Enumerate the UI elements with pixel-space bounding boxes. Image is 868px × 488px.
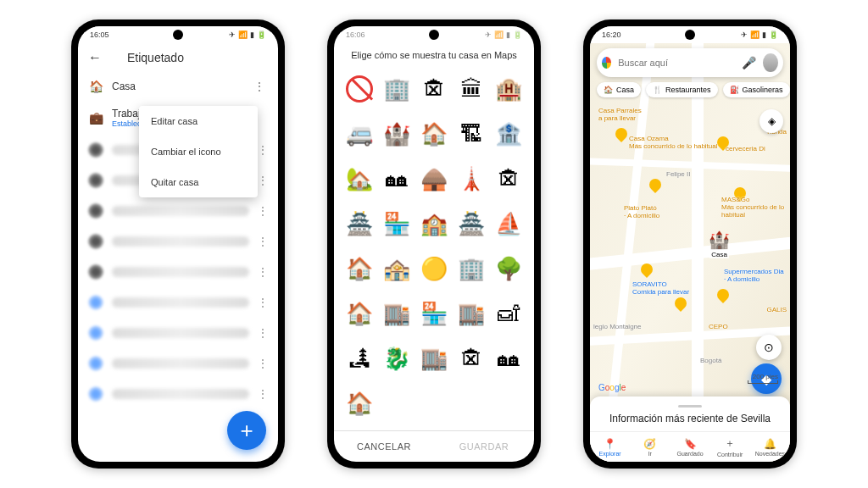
casa-label: Casa bbox=[112, 80, 242, 92]
nav-go[interactable]: 🧭Ir bbox=[630, 432, 670, 462]
home-marker[interactable]: 🏰 Casa bbox=[709, 230, 730, 258]
icon-option[interactable]: 🏨 bbox=[492, 70, 526, 108]
nav-updates[interactable]: 🔔Novedades bbox=[750, 432, 790, 462]
icon-option[interactable]: 🏠 bbox=[342, 385, 376, 423]
icon-option[interactable]: 🏬 bbox=[380, 296, 414, 333]
plus-icon: ＋ bbox=[725, 436, 735, 451]
list-item[interactable]: ⋮ bbox=[78, 348, 278, 379]
icon-option[interactable]: 🏚 bbox=[454, 341, 488, 378]
locate-button[interactable]: ⊙ bbox=[756, 335, 782, 360]
icon-option[interactable]: 🏫 bbox=[417, 205, 451, 242]
poi-super[interactable]: Supermercados Dia· A domicilio bbox=[724, 268, 784, 283]
bell-icon: 🔔 bbox=[764, 438, 776, 450]
mic-icon[interactable]: 🎤 bbox=[742, 56, 756, 69]
map[interactable]: Casa Parralesa para llevar Casa OzamaMás… bbox=[590, 43, 790, 462]
poi-galis[interactable]: GALIS bbox=[766, 306, 787, 313]
icon-option[interactable]: 🏘 bbox=[380, 160, 414, 197]
icon-option[interactable]: 🏠 bbox=[417, 115, 451, 152]
phone-3-frame: 16:20 ✈📶▮🔋 Casa Parralesa para llevar Ca… bbox=[583, 19, 797, 469]
page-title: Etiquetado bbox=[127, 51, 184, 64]
icon-option[interactable]: 🏪 bbox=[417, 296, 451, 333]
icon-option[interactable]: 🏬 bbox=[454, 296, 488, 333]
icon-option[interactable]: 🏯 bbox=[342, 205, 376, 242]
poi-montaigne: legio Montaigne bbox=[593, 323, 641, 330]
chip-gasolineras[interactable]: ⛽ Gasolineras bbox=[723, 82, 790, 97]
icon-option[interactable]: 🛖 bbox=[417, 160, 451, 197]
icon-option[interactable]: 🏞 bbox=[342, 341, 376, 378]
list-item[interactable]: ⋮ bbox=[78, 257, 278, 287]
chip-casa[interactable]: 🏠 Casa bbox=[597, 82, 641, 97]
icon-option[interactable]: 🏠 bbox=[342, 251, 376, 288]
icon-option[interactable]: 🏯 bbox=[454, 205, 488, 242]
status-bar: 16:06 ✈📶▮🔋 bbox=[334, 26, 534, 43]
layers-button[interactable]: ◈ bbox=[760, 109, 783, 133]
poi-soravito[interactable]: SORAVITOComida para llevar bbox=[632, 280, 689, 296]
sheet-title: Información más reciente de Sevilla bbox=[600, 413, 780, 424]
icon-option[interactable]: 🟡 bbox=[417, 251, 451, 288]
chip-restaurantes[interactable]: 🍴 Restaurantes bbox=[646, 82, 718, 97]
list-item[interactable]: ⋮ bbox=[78, 196, 278, 226]
icon-option[interactable]: 🏰 bbox=[380, 115, 414, 152]
bottom-sheet[interactable]: Información más reciente de Sevilla bbox=[590, 396, 790, 431]
icon-option[interactable]: 🏚 bbox=[492, 160, 526, 197]
icon-option[interactable] bbox=[342, 70, 376, 108]
icon-option[interactable]: 🏬 bbox=[417, 341, 451, 378]
icon-option[interactable]: 🏡 bbox=[342, 160, 376, 197]
poi-cerv[interactable]: cerveceria Di bbox=[726, 145, 765, 152]
icon-option[interactable]: 🚐 bbox=[342, 115, 376, 152]
home-icon: 🏠 bbox=[88, 79, 103, 94]
work-icon: 💼 bbox=[88, 110, 103, 125]
nav-saved[interactable]: 🔖Guardado bbox=[670, 432, 709, 462]
icon-option[interactable]: 🏗 bbox=[454, 115, 488, 152]
back-icon[interactable]: ← bbox=[88, 50, 102, 65]
pin-icon: 📍 bbox=[604, 438, 616, 450]
icon-option[interactable]: 🏘 bbox=[492, 341, 526, 378]
icon-option[interactable]: 🐉 bbox=[380, 341, 414, 378]
icon-option[interactable]: 🏦 bbox=[492, 115, 526, 152]
poi-ozama[interactable]: Casa OzamaMás concurrido de lo habitual bbox=[629, 135, 718, 150]
list-item[interactable]: ⋮ bbox=[78, 226, 278, 257]
icon-option[interactable]: 🏠 bbox=[342, 296, 376, 333]
list-item[interactable]: ⋮ bbox=[78, 318, 278, 348]
search-bar[interactable]: 🎤 bbox=[597, 48, 783, 77]
header: ← Etiquetado bbox=[78, 43, 278, 72]
icon-option[interactable]: 🛋 bbox=[492, 296, 526, 333]
menu-item-edit[interactable]: Editar casa bbox=[139, 106, 258, 136]
add-button[interactable]: + bbox=[227, 411, 266, 450]
poi-masgo[interactable]: MAS&GoMás concurrido de lo habitual bbox=[721, 196, 790, 219]
bookmark-icon: 🔖 bbox=[684, 438, 697, 450]
street-felipe: Felipe II bbox=[666, 170, 690, 178]
castle-icon: 🏰 bbox=[709, 230, 730, 250]
icon-option[interactable]: 🏚 bbox=[417, 70, 451, 108]
nav-contribute[interactable]: ＋Contribuir bbox=[710, 432, 750, 462]
phone-2-frame: 16:06 ✈📶▮🔋 Elige cómo se muestra tu casa… bbox=[327, 19, 541, 469]
status-bar: 16:05 ✈ 📶 ▮ 🔋 bbox=[78, 26, 278, 43]
poi-plato[interactable]: Plato Plató· A domicilio bbox=[624, 204, 659, 219]
signal-icon: ▮ bbox=[250, 30, 254, 39]
more-icon[interactable]: ⋮ bbox=[251, 80, 268, 92]
save-button[interactable]: GUARDAR bbox=[434, 431, 534, 462]
bottom-nav: 📍Explorar 🧭Ir 🔖Guardado ＋Contribuir 🔔Nov… bbox=[590, 431, 790, 462]
nav-explore[interactable]: 📍Explorar bbox=[590, 432, 630, 462]
icon-option[interactable]: 🌳 bbox=[492, 251, 526, 288]
icon-option[interactable]: 🏛 bbox=[454, 70, 488, 108]
menu-item-remove[interactable]: Quitar casa bbox=[139, 167, 258, 197]
icon-option[interactable]: 🏢 bbox=[380, 70, 414, 108]
poi-cepo[interactable]: CEPO bbox=[709, 323, 728, 330]
icon-option[interactable]: ⛵ bbox=[492, 205, 526, 242]
list-item-casa[interactable]: 🏠 Casa ⋮ bbox=[78, 72, 278, 101]
wifi-icon: 📶 bbox=[238, 30, 248, 39]
icon-option[interactable]: 🏪 bbox=[380, 205, 414, 242]
icon-option[interactable]: 🏢 bbox=[454, 251, 488, 288]
icon-option[interactable]: 🗼 bbox=[454, 160, 488, 197]
icon-option[interactable]: 🏤 bbox=[380, 251, 414, 288]
avatar[interactable] bbox=[763, 53, 778, 72]
google-logo-icon bbox=[602, 57, 611, 69]
menu-item-change-icon[interactable]: Cambiar el icono bbox=[139, 136, 258, 167]
scale-indicator: 200 pies bbox=[748, 373, 778, 384]
list-item[interactable]: ⋮ bbox=[78, 287, 278, 318]
cancel-button[interactable]: CANCELAR bbox=[334, 431, 434, 462]
poi-casa-parrales[interactable]: Casa Parralesa para llevar bbox=[598, 107, 642, 122]
list-item[interactable]: ⋮ bbox=[78, 379, 278, 409]
search-input[interactable] bbox=[618, 58, 735, 68]
